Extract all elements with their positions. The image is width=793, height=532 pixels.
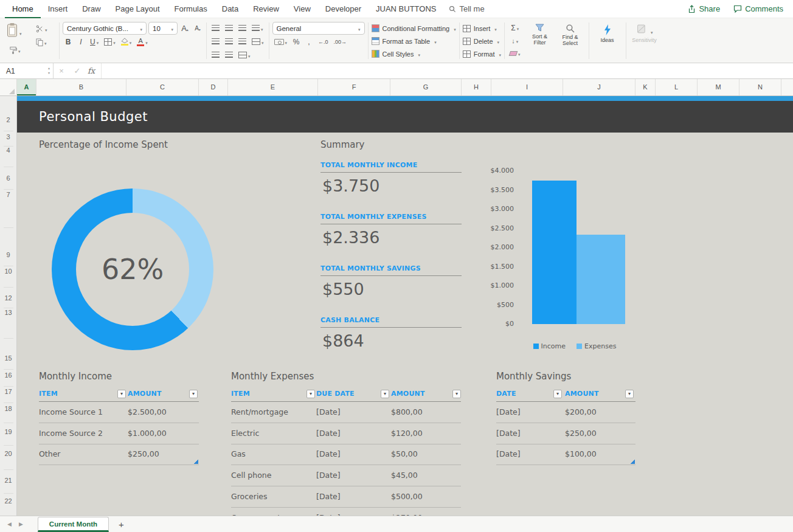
sort-filter-button[interactable]: Sort & Filter <box>525 22 555 60</box>
decrease-indent-button[interactable] <box>210 49 221 61</box>
sheet-tab-current-month[interactable]: Current Month <box>38 517 109 532</box>
format-cells-button[interactable]: Format <box>463 47 501 60</box>
menu-tab-juan-buttons[interactable]: JUAN BUTTONS <box>369 0 443 18</box>
align-center-button[interactable] <box>223 36 235 47</box>
table-cell[interactable]: Income Source 2 <box>39 429 103 438</box>
menu-tab-review[interactable]: Review <box>246 0 286 18</box>
decrease-decimal-button[interactable] <box>332 36 349 47</box>
clear-button[interactable] <box>508 47 522 60</box>
table-cell[interactable]: $250,00 <box>565 429 597 438</box>
filter-dropdown-button[interactable] <box>117 390 126 398</box>
table-cell[interactable]: Car payment <box>231 513 280 516</box>
wrap-text-button[interactable] <box>250 22 265 34</box>
sheet-canvas[interactable]: Personal Budget Percentage of Income Spe… <box>0 96 793 516</box>
text-orientation-button[interactable] <box>237 49 252 61</box>
filter-dropdown-button[interactable] <box>381 390 389 398</box>
menu-tab-home[interactable]: Home <box>5 0 41 18</box>
table-cell[interactable]: [Date] <box>316 492 341 502</box>
sheet-nav-left-button[interactable]: ◀ <box>4 521 15 527</box>
menu-tab-view[interactable]: View <box>286 0 318 18</box>
table-cell[interactable]: $250,00 <box>128 449 159 459</box>
table-cell[interactable]: Income Source 1 <box>39 407 103 417</box>
row-header-6[interactable]: 6 <box>0 173 16 184</box>
column-header-G[interactable]: G <box>390 79 462 95</box>
align-right-button[interactable] <box>237 36 248 47</box>
insert-function-button[interactable]: fx <box>88 66 95 75</box>
table-cell[interactable]: Rent/mortgage <box>231 407 288 417</box>
table-cell[interactable]: $50,00 <box>391 449 418 459</box>
column-header-A[interactable]: A <box>17 79 36 95</box>
column-header-C[interactable]: C <box>126 79 199 95</box>
table-cell[interactable]: Gas <box>231 449 246 459</box>
table-cell[interactable]: [Date] <box>316 449 341 459</box>
format-painter-button[interactable] <box>7 44 23 56</box>
align-top-button[interactable] <box>210 22 221 34</box>
cell-styles-button[interactable]: Cell Styles <box>372 47 456 60</box>
table-cell[interactable]: Groceries <box>231 492 268 502</box>
row-header-13[interactable]: 13 <box>0 307 16 318</box>
table-cell[interactable]: Cell phone <box>231 471 271 480</box>
table-cell[interactable]: [Date] <box>496 407 521 417</box>
decrease-font-size-button[interactable]: A <box>192 22 203 34</box>
filter-dropdown-button[interactable] <box>189 390 198 398</box>
cancel-entry-button[interactable]: × <box>54 66 69 75</box>
comma-style-button[interactable]: , <box>303 36 314 47</box>
row-header-20[interactable]: 20 <box>0 448 16 459</box>
delete-cells-button[interactable]: Delete <box>463 35 501 47</box>
tell-me-button[interactable]: Tell me <box>449 4 485 13</box>
row-header-22[interactable]: 22 <box>0 496 16 506</box>
align-bottom-button[interactable] <box>237 22 248 34</box>
table-cell[interactable]: Electric <box>231 429 259 438</box>
filter-dropdown-button[interactable] <box>625 390 634 398</box>
table-resize-handle[interactable] <box>194 460 198 464</box>
row-header-10[interactable]: 10 <box>0 266 16 277</box>
table-cell[interactable]: [Date] <box>316 513 341 516</box>
increase-indent-button[interactable] <box>223 49 235 61</box>
conditional-formatting-button[interactable]: Conditional Formatting <box>372 22 456 35</box>
column-header-L[interactable]: L <box>656 79 698 95</box>
table-cell[interactable]: $100,00 <box>565 449 597 459</box>
font-name-select[interactable]: Century Gothic (B... <box>63 22 147 35</box>
select-all-corner[interactable] <box>0 79 17 96</box>
column-header-N[interactable]: N <box>739 79 781 95</box>
menu-tab-draw[interactable]: Draw <box>75 0 108 18</box>
copy-button[interactable] <box>34 36 49 48</box>
column-header-K[interactable]: K <box>635 79 656 95</box>
menu-tab-formulas[interactable]: Formulas <box>167 0 215 18</box>
autosum-button[interactable]: Σ <box>508 22 522 34</box>
insert-cells-button[interactable]: Insert <box>463 22 501 35</box>
add-sheet-button[interactable]: + <box>119 519 124 530</box>
confirm-entry-button[interactable]: ✓ <box>69 66 85 75</box>
cut-button[interactable] <box>34 23 49 35</box>
row-header-12[interactable]: 12 <box>0 292 16 303</box>
font-color-button[interactable]: A <box>135 36 150 47</box>
comments-button[interactable]: Comments <box>733 4 783 13</box>
bold-button[interactable]: B <box>63 36 74 47</box>
table-cell[interactable]: $45,00 <box>391 471 418 480</box>
table-cell[interactable]: $2.500,00 <box>128 407 167 417</box>
row-header-3[interactable]: 3 <box>0 131 16 142</box>
row-header-16[interactable]: 16 <box>0 370 16 381</box>
column-header-F[interactable]: F <box>318 79 390 95</box>
fill-button[interactable] <box>508 35 522 47</box>
table-cell[interactable]: $500,00 <box>391 492 423 502</box>
menu-tab-insert[interactable]: Insert <box>41 0 75 18</box>
name-box[interactable]: A1 <box>0 63 54 79</box>
ideas-button[interactable]: Ideas <box>592 22 623 43</box>
row-header-21[interactable]: 21 <box>0 475 16 486</box>
table-cell[interactable]: [Date] <box>316 471 341 480</box>
column-header-D[interactable]: D <box>199 79 228 95</box>
row-header-19[interactable]: 19 <box>0 426 16 437</box>
italic-button[interactable]: I <box>75 36 86 47</box>
percent-style-button[interactable]: % <box>291 36 302 47</box>
merge-center-button[interactable] <box>250 36 266 47</box>
row-header-7[interactable]: 7 <box>0 189 16 200</box>
filter-dropdown-button[interactable] <box>306 390 315 398</box>
row-header-2[interactable]: 2 <box>0 114 16 125</box>
currency-format-button[interactable] <box>272 36 289 47</box>
share-button[interactable]: Share <box>688 4 720 13</box>
font-size-select[interactable]: 10 <box>148 22 178 35</box>
table-cell[interactable]: $120,00 <box>391 429 423 438</box>
column-header-H[interactable]: H <box>462 79 491 95</box>
table-cell[interactable]: [Date] <box>496 449 521 459</box>
